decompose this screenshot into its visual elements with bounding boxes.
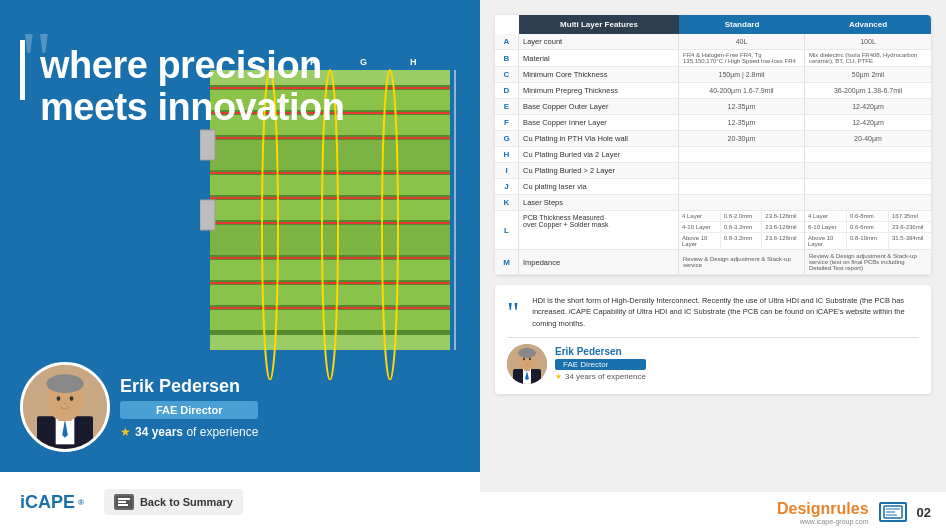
row-standard-a: 40L — [679, 34, 805, 49]
row-letter-k: K — [495, 195, 519, 210]
table-header-features: Multi Layer Features — [519, 15, 679, 34]
row-feature-f: Base Copper Inner Layer — [519, 115, 679, 130]
svg-text:H: H — [410, 57, 417, 67]
rules-text: rules — [830, 500, 868, 517]
icape-text: iCAPE — [20, 492, 75, 513]
row-advanced-i — [805, 163, 931, 178]
person-name: Erik Pedersen — [120, 376, 258, 397]
designrules-sub: www.icape-group.com — [800, 518, 869, 525]
svg-rect-20 — [210, 330, 450, 335]
row-advanced-c: 50µm 2mil — [805, 67, 931, 82]
svg-point-66 — [523, 358, 525, 360]
row-advanced-h — [805, 147, 931, 162]
table-row: F Base Copper Inner Layer 12-35µm 12-420… — [495, 115, 931, 131]
table-row: C Minimum Core Thickness 150µm | 2.8mil … — [495, 67, 931, 83]
quote-card-info: Erik Pedersen FAE Director ★ 34 years of… — [555, 346, 646, 381]
table-row: K Laser Steps — [495, 195, 931, 211]
row-feature-e: Base Copper Outer Layer — [519, 99, 679, 114]
row-standard-j — [679, 179, 805, 194]
row-feature-b: Material — [519, 50, 679, 66]
row-advanced-b: Mix dielectric (Isola FR408, Hydrocarbon… — [805, 50, 931, 66]
quote-card-text: HDI is the short form of High-Density In… — [532, 295, 919, 329]
headline-text: where precision meets innovation — [40, 45, 345, 129]
svg-rect-17 — [210, 285, 450, 305]
row-standard-c: 150µm | 2.8mil — [679, 67, 805, 82]
back-label: Back to Summary — [140, 496, 233, 508]
back-to-summary-button[interactable]: Back to Summary — [104, 489, 243, 515]
svg-point-54 — [70, 396, 74, 401]
row-standard-f: 12-35µm — [679, 115, 805, 130]
icape-superscript: ® — [78, 498, 84, 507]
row-letter-d: D — [495, 83, 519, 98]
person-info: Erik Pedersen FAE Director ★ 34 years of… — [120, 376, 258, 439]
row-feature-c: Minimum Core Thickness — [519, 67, 679, 82]
row-standard-h — [679, 147, 805, 162]
quote-card-exp-text: 34 years of experience — [565, 372, 646, 381]
row-advanced-a: 100L — [805, 34, 931, 49]
row-letter-j: J — [495, 179, 519, 194]
bottom-bar-right: Designrules www.icape-group.com 02 — [480, 492, 946, 532]
row-letter-l: L — [495, 211, 519, 249]
row-advanced-k — [805, 195, 931, 210]
svg-rect-56 — [118, 498, 130, 500]
table-header-advanced: Advanced — [805, 15, 931, 34]
row-feature-l: PCB Thickness Measuredover Copper + Sold… — [519, 211, 679, 249]
person-card: Erik Pedersen FAE Director ★ 34 years of… — [20, 362, 258, 452]
headline-area: where precision meets innovation — [40, 40, 345, 129]
svg-rect-13 — [210, 225, 450, 255]
designrules-icon — [879, 502, 907, 522]
row-letter-c: C — [495, 67, 519, 82]
svg-point-52 — [46, 374, 83, 393]
designrules-text: Designrules — [777, 500, 869, 518]
icape-logo: iCAPE ® — [20, 492, 84, 513]
quote-card-avatar — [507, 344, 547, 384]
left-panel: " where precision meets innovation " — [0, 0, 480, 532]
row-feature-i: Cu Plating Buried > 2 Layer — [519, 163, 679, 178]
row-feature-d: Minimum Prepreg Thickness — [519, 83, 679, 98]
row-standard-k — [679, 195, 805, 210]
row-advanced-m: Review & Design adjustment & Stack-up se… — [805, 250, 931, 274]
summary-icon — [114, 494, 134, 510]
row-standard-g: 20-30µm — [679, 131, 805, 146]
table-header-standard: Standard — [679, 15, 805, 34]
svg-text:G: G — [360, 57, 367, 67]
table-row: L PCB Thickness Measuredover Copper + So… — [495, 211, 931, 250]
svg-point-67 — [529, 358, 531, 360]
svg-rect-57 — [118, 501, 126, 503]
quote-card-experience: ★ 34 years of experience — [555, 372, 646, 381]
quote-card-person-title: FAE Director — [555, 359, 646, 370]
svg-rect-15 — [210, 260, 450, 280]
accent-stripe — [20, 40, 25, 100]
table-row: D Minimum Prepreg Thickness 40-200µm 1.6… — [495, 83, 931, 99]
table-row: M Impedance Review & Design adjustment &… — [495, 250, 931, 275]
row-advanced-d: 36-200µm 1.38-6.7mil — [805, 83, 931, 98]
row-feature-m: Impedance — [519, 250, 679, 274]
quote-mark: " — [507, 300, 519, 324]
table-row: G Cu Plating in PTH Via Hole wall 20-30µ… — [495, 131, 931, 147]
right-panel: Multi Layer Features Standard Advanced A… — [480, 0, 946, 532]
avatar — [20, 362, 110, 452]
svg-rect-44 — [200, 130, 215, 160]
row-advanced-g: 20-40µm — [805, 131, 931, 146]
row-feature-j: Cu plating laser via — [519, 179, 679, 194]
person-title-badge: FAE Director — [120, 401, 258, 419]
svg-rect-7 — [210, 140, 450, 170]
row-letter-f: F — [495, 115, 519, 130]
table-header-empty — [495, 15, 519, 34]
row-standard-d: 40-200µm 1.6-7.9mil — [679, 83, 805, 98]
bottom-bar-left: iCAPE ® Back to Summary — [0, 472, 480, 532]
table-header: Multi Layer Features Standard Advanced — [495, 15, 931, 34]
row-standard-m: Review & Design adjustment & Stack-up se… — [679, 250, 805, 274]
row-letter-i: I — [495, 163, 519, 178]
row-feature-a: Layer count — [519, 34, 679, 49]
table-row: I Cu Plating Buried > 2 Layer — [495, 163, 931, 179]
experience-suffix: of experience — [186, 425, 258, 439]
row-letter-g: G — [495, 131, 519, 146]
multi-layer-table: Multi Layer Features Standard Advanced A… — [495, 15, 931, 275]
svg-rect-19 — [210, 310, 450, 330]
row-standard-i — [679, 163, 805, 178]
quote-card: " HDI is the short form of High-Density … — [495, 285, 931, 394]
row-letter-h: H — [495, 147, 519, 162]
experience-text: 34 years of experience — [135, 425, 258, 439]
quote-card-star-icon: ★ — [555, 372, 562, 381]
